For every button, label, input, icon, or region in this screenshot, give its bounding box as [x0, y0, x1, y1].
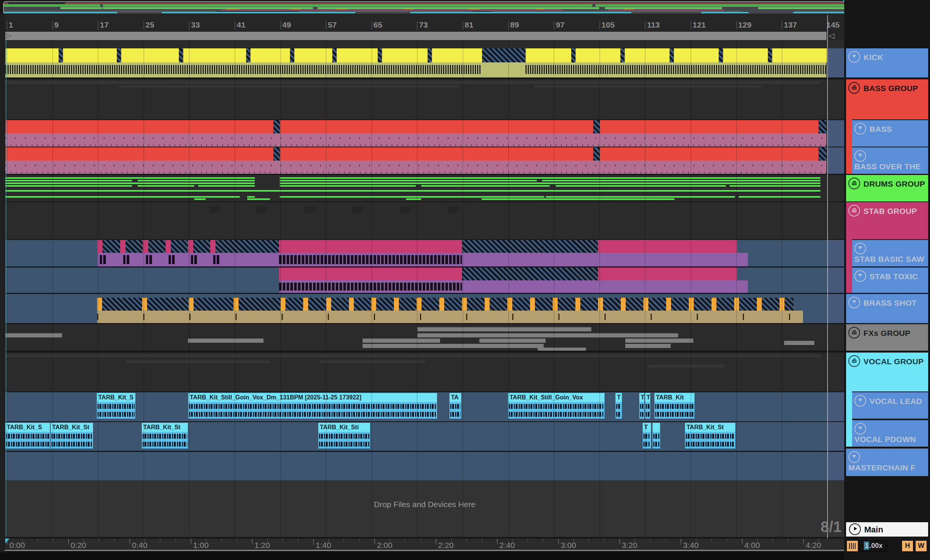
clip-segment[interactable]	[280, 183, 820, 184]
clip-segment[interactable]	[417, 327, 591, 331]
track-header-vocal-group[interactable]: VOCAL GROUP	[846, 353, 928, 391]
clip-segment[interactable]	[303, 298, 308, 311]
audio-clip[interactable]: TA	[450, 393, 461, 420]
clip-segment[interactable]	[247, 198, 270, 200]
track-header-stab-group[interactable]: STAB GROUP	[846, 202, 928, 239]
clip-segment[interactable]	[191, 255, 197, 264]
clip-segment[interactable]	[171, 79, 181, 84]
clip-segment[interactable]	[352, 206, 363, 213]
clip-segment[interactable]	[210, 240, 215, 253]
clip-segment[interactable]	[138, 180, 255, 181]
waveform-zoom-icon[interactable]	[846, 540, 858, 552]
clip-segment[interactable]	[400, 206, 411, 213]
audio-clip[interactable]: TARB_Kit_Still_Goin_Vox_Dm_131BPM [2025-…	[188, 393, 437, 420]
clip-segment[interactable]	[757, 298, 762, 311]
clip-segment[interactable]	[279, 240, 462, 253]
track-header-brass-shot[interactable]: BRASS SHOT	[846, 294, 928, 323]
track-fold-icon[interactable]	[854, 243, 866, 254]
clip-segment[interactable]	[723, 48, 768, 62]
clip-segment[interactable]	[417, 298, 422, 311]
clip-segment[interactable]	[97, 298, 102, 311]
audio-clip[interactable]: T	[615, 393, 622, 420]
clip-segment[interactable]	[363, 344, 484, 348]
audio-clip[interactable]: TARB_Kit_St	[142, 423, 188, 449]
clip-segment[interactable]	[213, 255, 219, 264]
track-fold-icon[interactable]	[854, 423, 866, 435]
clip-segment[interactable]	[462, 298, 467, 311]
audio-clip[interactable]: T	[639, 393, 644, 420]
clip-segment[interactable]	[305, 206, 315, 213]
clip-segment[interactable]	[194, 198, 206, 200]
group-fold-icon[interactable]	[848, 205, 860, 217]
track-header-vocal-pdown[interactable]: VOCAL PDOWN	[852, 420, 928, 447]
clip-segment[interactable]	[5, 183, 255, 184]
clip-segment[interactable]	[535, 85, 761, 88]
clip-segment[interactable]	[166, 240, 171, 253]
audio-clip[interactable]: TARB_Kit_S	[97, 393, 135, 420]
clip-segment[interactable]	[363, 339, 440, 343]
zoom-height-button[interactable]: H	[902, 540, 913, 552]
clip-segment[interactable]	[553, 298, 558, 311]
clip-segment[interactable]	[280, 177, 820, 179]
clip-segment[interactable]	[280, 196, 544, 198]
audio-clip[interactable]: TARB_Kit	[654, 393, 694, 420]
clip-segment[interactable]	[772, 48, 827, 62]
track-header-masterchain-f[interactable]: MASTERCHAIN F	[846, 449, 928, 476]
track-header-fxs-group[interactable]: FXs GROUP	[846, 324, 928, 351]
clip-segment[interactable]	[525, 48, 571, 62]
clip-segment[interactable]	[5, 161, 826, 174]
clip-segment[interactable]	[280, 120, 593, 133]
audio-clip[interactable]: T	[645, 393, 650, 420]
clip-segment[interactable]	[279, 280, 462, 293]
clip-segment[interactable]	[280, 185, 416, 187]
clip-segment[interactable]	[257, 206, 267, 213]
clip-segment[interactable]	[394, 298, 399, 311]
clip-segment[interactable]	[417, 333, 678, 337]
clip-segment[interactable]	[120, 240, 126, 253]
audio-clip[interactable]: T	[643, 423, 651, 449]
clip-segment[interactable]	[280, 147, 593, 161]
clip-segment[interactable]	[575, 48, 620, 62]
arrangement-area[interactable]: TARB_Kit_STARB_Kit_Still_Goin_Vox_Dm_131…	[5, 0, 844, 560]
clip-segment[interactable]	[97, 311, 803, 323]
clip-segment[interactable]	[5, 147, 273, 161]
clip-segment[interactable]	[142, 298, 147, 311]
clip-segment[interactable]	[625, 344, 671, 348]
time-ruler[interactable]: 0:000:200:401:001:201:402:002:202:403:00…	[5, 538, 925, 550]
audio-clip[interactable]: TARB_Kit_St	[685, 423, 735, 449]
group-fold-icon[interactable]	[848, 82, 860, 94]
clip-segment[interactable]	[711, 298, 716, 311]
clip-segment[interactable]	[209, 206, 220, 213]
clip-segment[interactable]	[198, 185, 255, 187]
track-fold-icon[interactable]	[854, 395, 866, 407]
track-fold-icon[interactable]	[848, 297, 860, 308]
clip-segment[interactable]	[5, 354, 821, 357]
track-fold-icon[interactable]	[848, 451, 860, 463]
clip-segment[interactable]	[530, 298, 535, 311]
clip-segment[interactable]	[143, 240, 148, 253]
track-header-kick[interactable]: KICK	[846, 48, 928, 77]
audio-clip[interactable]: TARB_Kit_Sti	[318, 423, 370, 449]
clip-segment[interactable]	[382, 48, 428, 62]
clip-segment[interactable]	[600, 120, 818, 133]
clip-segment[interactable]	[5, 190, 820, 192]
clip-segment[interactable]	[119, 85, 459, 88]
track-fold-icon[interactable]	[854, 270, 866, 282]
clip-segment[interactable]	[5, 120, 273, 133]
clip-segment[interactable]	[349, 298, 354, 311]
audio-clip[interactable]: TARB_Kit_Still_Goin_Vox	[508, 393, 604, 420]
clip-segment[interactable]	[598, 298, 603, 311]
clip-segment[interactable]	[439, 298, 444, 311]
clip-segment[interactable]	[279, 268, 462, 280]
clip-segment[interactable]	[123, 255, 129, 264]
clip-segment[interactable]	[525, 62, 826, 77]
clip-segment[interactable]	[648, 365, 724, 368]
clip-segment[interactable]	[5, 48, 59, 62]
clip-segment[interactable]	[319, 360, 425, 363]
clip-segment[interactable]	[280, 180, 537, 181]
clip-segment[interactable]	[371, 298, 376, 311]
track-header-stab-toxic[interactable]: STAB TOXIC	[852, 268, 928, 293]
clip-segment[interactable]	[625, 48, 670, 62]
clip-segment[interactable]	[674, 48, 719, 62]
track-header-bass-group[interactable]: BASS GROUP	[846, 79, 928, 119]
